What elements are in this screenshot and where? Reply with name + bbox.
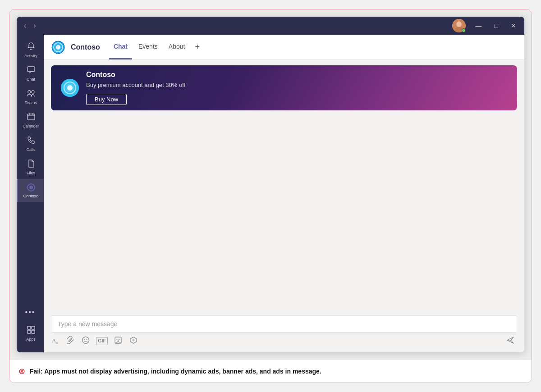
nav-back-button[interactable]: ‹ bbox=[22, 21, 28, 31]
main-content: Activity Chat bbox=[17, 35, 524, 352]
sidebar: Activity Chat bbox=[17, 35, 44, 352]
svg-point-34 bbox=[119, 339, 120, 340]
svg-point-5 bbox=[28, 91, 31, 93]
banner-text-area: Contoso Buy premium account and get 30% … bbox=[86, 71, 185, 105]
banner-subtitle: Buy premium account and get 30% off bbox=[86, 82, 185, 88]
svg-rect-4 bbox=[28, 67, 35, 72]
gif-icon[interactable]: GIF bbox=[96, 337, 108, 345]
title-bar-controls: — □ ✕ bbox=[452, 19, 519, 32]
format-icon[interactable]: A a bbox=[51, 336, 61, 346]
banner-ad: Contoso Buy premium account and get 30% … bbox=[51, 65, 517, 110]
close-button[interactable]: ✕ bbox=[508, 22, 519, 30]
chat-icon bbox=[27, 65, 36, 76]
avatar[interactable] bbox=[452, 19, 466, 32]
attach-icon[interactable] bbox=[66, 335, 75, 347]
tab-add-button[interactable]: + bbox=[191, 35, 203, 59]
message-input[interactable]: Type a new message bbox=[51, 315, 517, 333]
files-icon bbox=[27, 159, 36, 169]
app-tabs: Chat Events About + bbox=[109, 35, 203, 59]
sidebar-item-activity-label: Activity bbox=[24, 54, 37, 58]
svg-point-6 bbox=[32, 91, 34, 93]
minimize-button[interactable]: — bbox=[473, 22, 485, 30]
svg-rect-7 bbox=[28, 114, 35, 120]
fail-text: Fail: Apps must not display advertising,… bbox=[30, 368, 321, 375]
buy-now-button[interactable]: Buy Now bbox=[86, 94, 127, 105]
tab-events[interactable]: Events bbox=[134, 35, 162, 59]
sidebar-item-calendar-label: Calender bbox=[23, 124, 39, 128]
nav-forward-button[interactable]: › bbox=[32, 21, 37, 31]
sidebar-more[interactable]: ••• bbox=[25, 303, 36, 322]
sidebar-item-calendar[interactable]: Calender bbox=[17, 109, 44, 132]
tab-about[interactable]: About bbox=[164, 35, 190, 59]
sidebar-item-teams[interactable]: Teams bbox=[17, 85, 44, 109]
svg-point-31 bbox=[87, 339, 87, 340]
apps-icon bbox=[27, 325, 36, 336]
calls-icon bbox=[27, 136, 36, 146]
maximize-button[interactable]: □ bbox=[492, 22, 501, 30]
sidebar-item-chat[interactable]: Chat bbox=[17, 62, 44, 85]
avatar-status bbox=[462, 28, 466, 32]
svg-rect-14 bbox=[32, 326, 35, 329]
loop-icon[interactable] bbox=[128, 335, 138, 347]
sidebar-item-teams-label: Teams bbox=[25, 100, 37, 105]
chat-body bbox=[44, 110, 524, 312]
emoji-icon[interactable] bbox=[81, 335, 91, 347]
svg-point-25 bbox=[67, 85, 73, 91]
svg-point-20 bbox=[56, 45, 60, 50]
svg-text:a: a bbox=[56, 340, 58, 344]
sidebar-item-activity[interactable]: Activity bbox=[17, 38, 44, 62]
content-area: Contoso Buy premium account and get 30% … bbox=[44, 60, 524, 352]
sidebar-item-apps[interactable]: Apps bbox=[17, 322, 44, 345]
calendar-icon bbox=[27, 112, 36, 123]
svg-point-30 bbox=[84, 339, 85, 340]
title-bar: ‹ › bbox=[17, 17, 524, 35]
svg-rect-13 bbox=[28, 326, 31, 329]
app-area: ‹ › bbox=[9, 9, 532, 360]
sidebar-item-calls-label: Calls bbox=[26, 147, 35, 152]
app-title: Contoso bbox=[71, 43, 100, 51]
svg-rect-16 bbox=[32, 330, 35, 333]
sidebar-item-contoso-label: Contoso bbox=[23, 194, 39, 198]
svg-point-33 bbox=[117, 339, 118, 340]
message-input-area: Type a new message A a bbox=[44, 312, 524, 352]
banner-title: Contoso bbox=[86, 71, 185, 79]
sidebar-item-apps-label: Apps bbox=[26, 337, 36, 342]
svg-point-36 bbox=[133, 339, 135, 342]
title-bar-nav: ‹ › bbox=[22, 21, 38, 31]
fail-icon: ⊗ bbox=[18, 366, 25, 376]
sidebar-item-files[interactable]: Files bbox=[17, 155, 44, 179]
sidebar-item-contoso[interactable]: Contoso bbox=[17, 179, 44, 202]
outer-wrapper: ‹ › bbox=[9, 9, 532, 383]
sticker-icon[interactable] bbox=[113, 335, 123, 347]
svg-point-29 bbox=[83, 337, 89, 344]
fail-banner: ⊗ Fail: Apps must not display advertisin… bbox=[9, 360, 532, 383]
send-button[interactable] bbox=[504, 335, 517, 347]
teams-window: ‹ › bbox=[17, 17, 524, 352]
contoso-sidebar-icon bbox=[26, 182, 36, 192]
svg-point-3 bbox=[457, 22, 461, 27]
app-panel: Contoso Chat Events About + bbox=[44, 35, 524, 352]
app-logo bbox=[51, 40, 65, 55]
message-toolbar: A a bbox=[51, 333, 517, 347]
teams-icon bbox=[26, 89, 36, 99]
banner-logo bbox=[60, 78, 80, 98]
svg-point-12 bbox=[29, 186, 33, 189]
tab-chat[interactable]: Chat bbox=[109, 35, 132, 59]
sidebar-item-files-label: Files bbox=[27, 171, 35, 175]
svg-rect-15 bbox=[28, 330, 31, 333]
activity-icon bbox=[27, 42, 36, 52]
app-header: Contoso Chat Events About + bbox=[44, 35, 524, 60]
sidebar-item-chat-label: Chat bbox=[27, 77, 35, 82]
sidebar-item-calls[interactable]: Calls bbox=[17, 132, 44, 155]
